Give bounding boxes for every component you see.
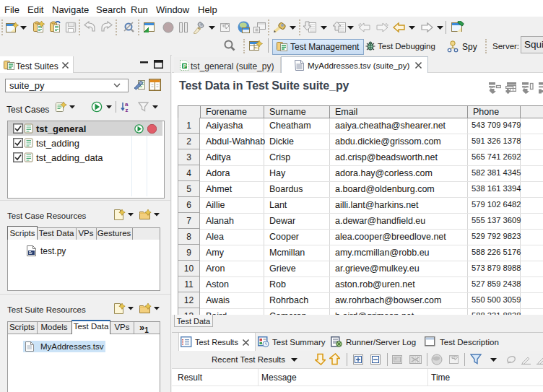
svg-text:z: z xyxy=(126,107,129,113)
svg-text:P: P xyxy=(183,63,187,69)
